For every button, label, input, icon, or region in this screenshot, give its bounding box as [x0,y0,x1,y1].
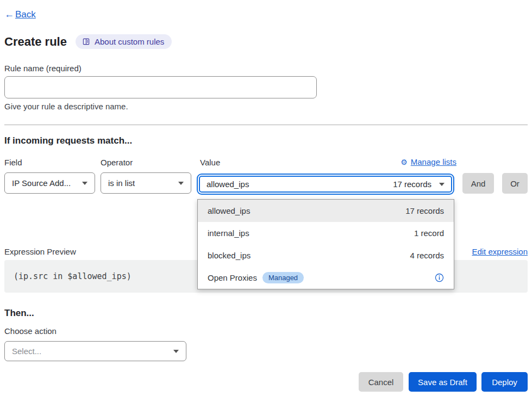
list-item-name: Open Proxies [208,273,257,282]
then-section-heading: Then... [4,308,34,319]
operator-select[interactable]: is in list [101,172,191,194]
chevron-down-icon [439,183,445,186]
list-item-records: 4 records [410,251,444,260]
save-as-draft-button[interactable]: Save as Draft [409,372,477,392]
list-item-blocked-ips[interactable]: blocked_ips 4 records [198,244,454,267]
field-select[interactable]: IP Source Add... [4,172,95,194]
value-select-name: allowed_ips [206,180,393,189]
chevron-down-icon [178,182,184,185]
edit-expression-link[interactable]: Edit expression [472,247,528,256]
manage-lists-label: Manage lists [411,157,456,166]
about-badge-label: About custom rules [95,37,164,46]
action-select[interactable]: Select... [4,341,186,361]
rule-name-label: Rule name (required) [4,64,82,73]
back-link[interactable]: ←Back [4,9,36,20]
or-button[interactable]: Or [502,173,528,194]
back-arrow-icon: ← [4,9,14,20]
create-rule-page: ←Back Create rule About custom rules Rul… [0,0,532,402]
about-custom-rules-link[interactable]: About custom rules [76,34,172,49]
match-section-heading: If incoming requests match... [4,135,132,146]
chevron-down-icon [82,182,87,185]
chevron-down-icon [173,350,179,353]
action-select-placeholder: Select... [12,347,41,356]
info-icon[interactable] [435,273,444,282]
book-icon [82,38,90,46]
gear-icon: ⚙ [400,158,408,166]
rule-name-helper: Give your rule a descriptive name. [4,102,128,111]
list-item-name: internal_ips [208,228,249,238]
section-divider [4,125,528,125]
back-link-label: Back [15,9,36,20]
page-title: Create rule [4,35,67,49]
list-item-records: 17 records [405,206,444,215]
expression-preview-label: Expression Preview [4,247,76,256]
expression-code: (ip.src in $allowed_ips) [14,271,132,281]
manage-lists-link[interactable]: ⚙ Manage lists [400,157,456,166]
rule-name-input[interactable] [4,76,317,98]
value-label: Value [200,158,220,167]
value-dropdown-panel: allowed_ips 17 records internal_ips 1 re… [197,199,454,289]
field-select-value: IP Source Add... [12,178,71,188]
title-row: Create rule About custom rules [4,34,172,49]
deploy-button[interactable]: Deploy [481,372,528,392]
managed-badge: Managed [262,272,304,283]
value-select-records: 17 records [393,180,431,189]
list-item-internal-ips[interactable]: internal_ips 1 record [198,222,454,244]
value-select[interactable]: allowed_ips 17 records [199,176,452,193]
list-item-records: 1 record [414,228,444,238]
cancel-button[interactable]: Cancel [359,372,403,392]
field-label: Field [4,158,22,167]
list-item-name: blocked_ips [208,251,251,260]
list-item-allowed-ips[interactable]: allowed_ips 17 records [198,200,454,222]
choose-action-label: Choose action [4,326,57,336]
and-button[interactable]: And [462,173,494,194]
list-item-open-proxies[interactable]: Open Proxies Managed [198,267,454,289]
list-item-name: allowed_ips [208,206,250,215]
operator-label: Operator [101,158,133,167]
operator-select-value: is in list [108,178,135,188]
